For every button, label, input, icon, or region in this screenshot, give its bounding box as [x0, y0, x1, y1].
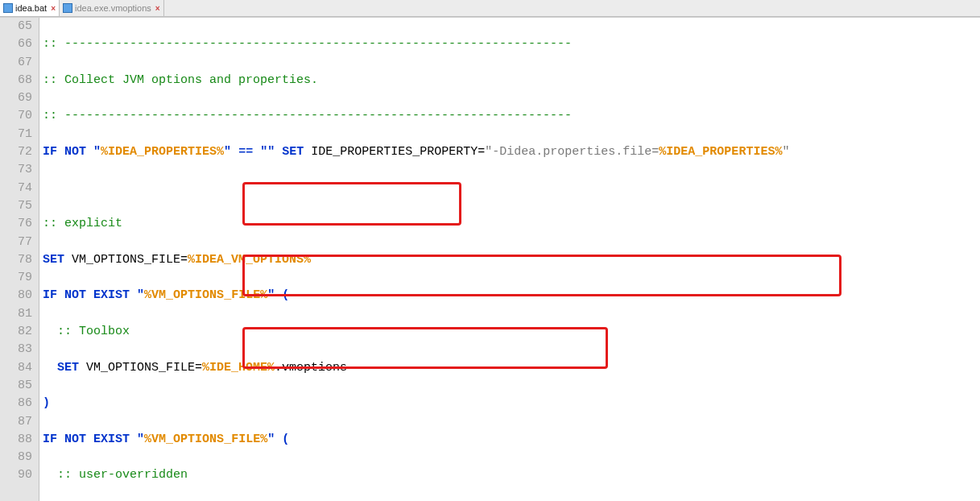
- line-number: 68: [5, 72, 32, 89]
- paren: (: [282, 288, 289, 302]
- kw-exist: EXIST: [93, 433, 130, 446]
- empty-str: "": [260, 145, 275, 159]
- var: %IDEA_VM_OPTIONS%: [188, 253, 311, 267]
- line-number: 84: [5, 359, 32, 377]
- line-number: 67: [5, 54, 32, 72]
- var: %IDE_HOME%: [202, 361, 275, 375]
- line-number: 80: [5, 287, 32, 304]
- line-number: 71: [5, 126, 32, 143]
- kw-set: SET: [57, 361, 79, 375]
- editor: 6566676869707172737475767778798081828384…: [0, 17, 980, 501]
- quote: ": [782, 145, 789, 159]
- comment: :: -------------------------------------…: [43, 109, 572, 122]
- op-eq: ==: [238, 145, 253, 159]
- line-number: 86: [5, 395, 32, 412]
- line-number: 74: [5, 180, 32, 197]
- var: %VM_OPTIONS_FILE%: [144, 288, 267, 302]
- kw-not: NOT: [64, 145, 86, 159]
- kw-set: SET: [282, 145, 304, 159]
- paren: ): [43, 396, 50, 410]
- line-number: 66: [5, 35, 32, 53]
- kw-if: IF: [43, 433, 57, 446]
- quote: ": [267, 288, 275, 302]
- quote: ": [137, 288, 144, 302]
- ident: VM_OPTIONS_FILE: [86, 361, 195, 375]
- paren: (: [282, 433, 289, 446]
- comment: :: Collect JVM options and properties.: [43, 73, 318, 87]
- var: %VM_OPTIONS_FILE%: [144, 433, 267, 446]
- tab-label: idea.bat: [15, 3, 47, 13]
- line-number: 85: [5, 377, 32, 395]
- line-number: 78: [5, 251, 32, 269]
- ident: IDE_PROPERTIES_PROPERTY: [311, 145, 478, 159]
- line-number: 87: [5, 413, 32, 431]
- tab-idea-vmoptions[interactable]: idea.exe.vmoptions ×: [60, 0, 164, 16]
- line-number: 81: [5, 305, 32, 323]
- line-number: 72: [5, 143, 32, 161]
- line-number: 88: [5, 431, 32, 449]
- line-number: 65: [5, 18, 32, 35]
- comment: :: explicit: [43, 217, 122, 230]
- line-number-gutter: 6566676869707172737475767778798081828384…: [0, 18, 39, 501]
- line-number: 90: [5, 466, 32, 484]
- kw-not: NOT: [64, 288, 86, 302]
- line-number: 77: [5, 234, 32, 251]
- line-number: 89: [5, 449, 32, 466]
- line-number: 69: [5, 89, 32, 107]
- line-number: 75: [5, 197, 32, 215]
- str-text: -Didea.properties.file=: [492, 145, 659, 159]
- line-number: 70: [5, 107, 32, 125]
- line-number: 82: [5, 323, 32, 341]
- file-icon: [3, 3, 13, 13]
- kw-not: NOT: [64, 433, 86, 446]
- comment: :: user-overridden: [43, 468, 188, 482]
- line-number: 79: [5, 269, 32, 287]
- kw-if: IF: [43, 145, 57, 159]
- comment: :: Toolbox: [43, 325, 130, 338]
- var: %IDEA_PROPERTIES%: [101, 145, 224, 159]
- code-area[interactable]: :: -------------------------------------…: [39, 18, 980, 501]
- ident: VM_OPTIONS_FILE: [72, 253, 180, 267]
- kw-exist: EXIST: [93, 288, 130, 302]
- line-number: 83: [5, 341, 32, 358]
- quote: ": [485, 145, 492, 159]
- op: =: [180, 253, 188, 267]
- var: %IDEA_PROPERTIES%: [659, 145, 782, 159]
- line-number: 73: [5, 161, 32, 179]
- tab-idea-bat[interactable]: idea.bat ×: [0, 0, 60, 16]
- op: =: [195, 361, 202, 375]
- file-icon: [63, 3, 72, 13]
- kw-set: SET: [43, 253, 64, 267]
- line-number: 76: [5, 215, 32, 233]
- kw-if: IF: [43, 288, 57, 302]
- quote: ": [224, 145, 231, 159]
- quote: ": [137, 433, 144, 446]
- quote: ": [93, 145, 101, 159]
- op: =: [478, 145, 485, 159]
- comment: :: -------------------------------------…: [43, 37, 572, 51]
- close-icon[interactable]: ×: [51, 4, 56, 13]
- string: "-Didea.properties.file=%IDEA_PROPERTIES…: [485, 145, 789, 159]
- tab-bar: idea.bat × idea.exe.vmoptions ×: [0, 0, 980, 17]
- tab-label: idea.exe.vmoptions: [75, 3, 151, 13]
- text: .vmoptions: [275, 361, 347, 375]
- quote: ": [267, 433, 275, 446]
- close-icon[interactable]: ×: [155, 4, 160, 13]
